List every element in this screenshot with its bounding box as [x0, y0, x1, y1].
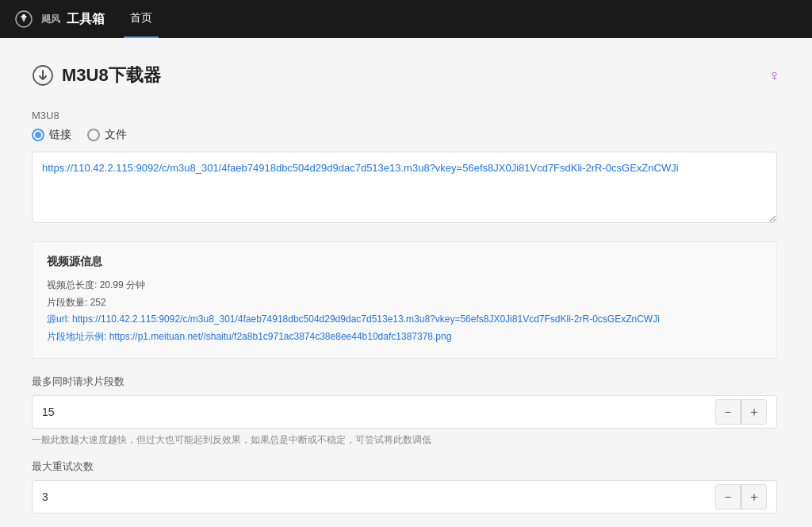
concurrent-requests-value: 15 [42, 406, 715, 418]
radio-link[interactable]: 链接 [32, 128, 71, 142]
radio-file-circle [87, 129, 100, 141]
video-info-segments: 片段数量: 252 [47, 294, 762, 312]
nav-item-home[interactable]: 首页 [124, 0, 159, 38]
brand-sub-label: 飓风 [41, 14, 60, 24]
max-retries-minus-button[interactable]: － [715, 484, 741, 510]
page-title-row: M3U8下载器 ♀ [32, 63, 780, 87]
max-retries-label: 最大重试次数 [32, 460, 780, 474]
concurrent-requests-controls: － ＋ [715, 399, 767, 425]
max-retries-input-row: 3 － ＋ [32, 480, 777, 514]
page-title: M3U8下载器 [32, 63, 161, 87]
concurrent-requests-label: 最多同时请求片段数 [32, 375, 780, 389]
radio-file[interactable]: 文件 [87, 128, 127, 142]
radio-link-circle [32, 129, 44, 141]
radio-group: 链接 文件 [32, 128, 780, 142]
concurrent-requests-plus-button[interactable]: ＋ [741, 399, 767, 425]
url-textarea[interactable] [32, 152, 777, 223]
brand-icon [13, 8, 35, 30]
concurrent-requests-input-row: 15 － ＋ [32, 395, 777, 429]
max-retries-plus-button[interactable]: ＋ [741, 484, 767, 510]
header: 飓风 工具箱 首页 [0, 0, 812, 38]
concurrent-requests-group: 最多同时请求片段数 15 － ＋ 一般此数越大速度越快，但过大也可能起到反效果，… [32, 375, 780, 447]
video-info-duration: 视频总长度: 20.99 分钟 [47, 277, 762, 294]
max-retries-controls: － ＋ [715, 484, 767, 510]
video-info-segment-example: 片段地址示例: https://p1.meituan.net//shaitu/f… [47, 329, 762, 346]
brand-label: 工具箱 [67, 11, 105, 28]
download-icon [32, 64, 54, 87]
main-content: M3U8下载器 ♀ M3U8 链接 文件 视频源信息 视频总长度: 20.99 … [0, 38, 812, 527]
video-info-box: 视频源信息 视频总长度: 20.99 分钟 片段数量: 252 源url: ht… [32, 241, 777, 359]
corner-settings-icon[interactable]: ♀ [768, 67, 780, 85]
video-info-title: 视频源信息 [47, 255, 762, 269]
concurrent-requests-hint: 一般此数越大速度越快，但过大也可能起到反效果，如果总是中断或不稳定，可尝试将此数… [32, 433, 780, 447]
video-info-source-url: 源url: https://110.42.2.115:9092/c/m3u8_3… [47, 311, 762, 329]
m3u8-section-label: M3U8 [32, 110, 780, 121]
concurrent-requests-minus-button[interactable]: － [715, 399, 741, 425]
max-retries-value: 3 [42, 490, 715, 503]
brand: 飓风 工具箱 [13, 8, 105, 30]
svg-point-1 [22, 14, 25, 17]
max-retries-group: 最大重试次数 3 － ＋ [32, 460, 780, 514]
